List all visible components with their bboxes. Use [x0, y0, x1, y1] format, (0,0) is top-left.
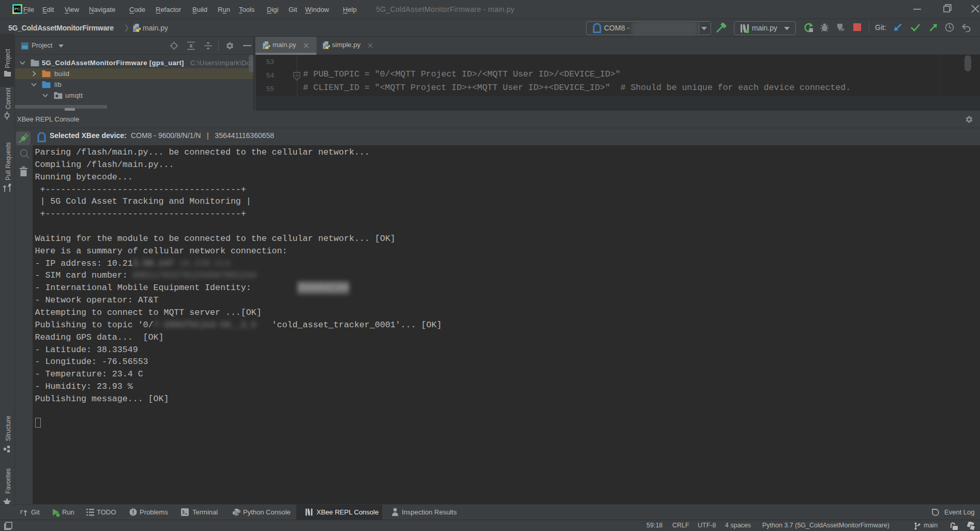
svg-text:PC: PC [14, 7, 20, 11]
